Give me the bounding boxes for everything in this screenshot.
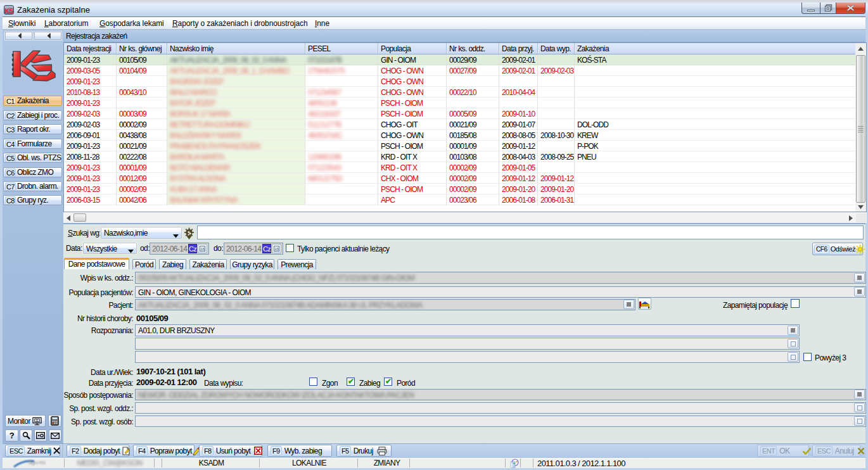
svg-text:1: 1 — [35, 418, 37, 422]
svg-text:KS: KS — [5, 7, 14, 15]
svg-text:Sigm RS: Sigm RS — [28, 460, 46, 466]
